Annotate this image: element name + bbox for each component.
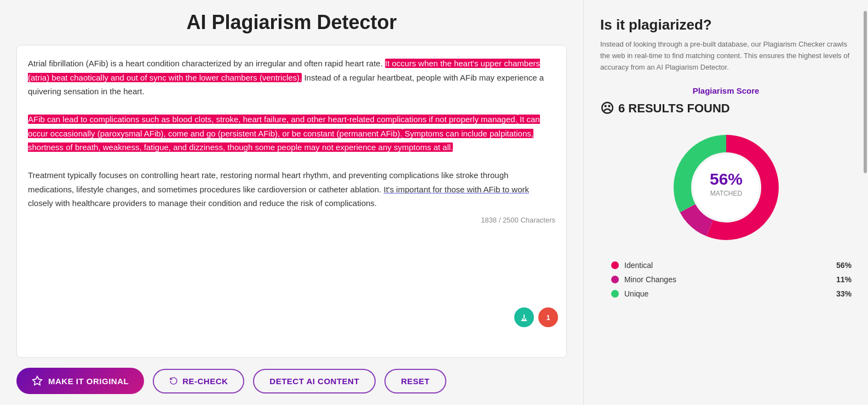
text-content: Atrial fibrillation (AFib) is a heart co… xyxy=(28,56,555,210)
svg-text:MATCHED: MATCHED xyxy=(710,190,742,197)
legend-item-minor: Minor Changes 11% xyxy=(611,275,852,284)
identical-dot xyxy=(611,261,619,269)
text-area-container[interactable]: Atrial fibrillation (AFib) is a heart co… xyxy=(16,45,567,358)
svg-text:56%: 56% xyxy=(709,170,742,188)
legend: Identical 56% Minor Changes 11% Unique 3… xyxy=(600,261,852,298)
scrollbar-thumb[interactable] xyxy=(864,11,867,173)
donut-chart: 56% MATCHED xyxy=(600,127,852,248)
identical-pct: 56% xyxy=(836,261,852,270)
highlighted-text-2: AFib can lead to complications such as b… xyxy=(28,115,518,124)
right-panel: Is it plagiarized? Instead of looking th… xyxy=(583,0,868,405)
results-count: 6 RESULTS FOUND xyxy=(618,101,730,116)
char-count: 1838 / 2500 Characters xyxy=(28,216,555,224)
recheck-button[interactable]: RE-CHECK xyxy=(153,369,244,393)
left-panel: AI Plagiarism Detector Atrial fibrillati… xyxy=(0,0,583,405)
bottom-buttons: MAKE IT ORIGINAL RE-CHECK DETECT AI CONT… xyxy=(16,368,567,394)
unique-pct: 33% xyxy=(836,289,852,298)
minor-pct: 11% xyxy=(836,275,852,284)
reset-label: RESET xyxy=(401,377,430,386)
notification-badge[interactable]: 1 xyxy=(538,307,558,327)
legend-item-identical: Identical 56% xyxy=(611,261,852,270)
right-description: Instead of looking through a pre-built d… xyxy=(600,39,852,73)
results-found: ☹ 6 RESULTS FOUND xyxy=(600,101,852,116)
icon-row: 1 xyxy=(514,307,558,327)
unique-label: Unique xyxy=(624,289,820,298)
legend-item-unique: Unique 33% xyxy=(611,289,852,298)
recheck-label: RE-CHECK xyxy=(182,377,228,386)
svg-marker-0 xyxy=(33,377,42,385)
text-plain-4: closely with healthcare providers to man… xyxy=(28,198,377,208)
identical-label: Identical xyxy=(624,261,820,270)
unique-dot xyxy=(611,290,619,298)
download-icon-button[interactable] xyxy=(514,307,534,327)
right-title: Is it plagiarized? xyxy=(600,16,852,33)
text-plain-1: Atrial fibrillation (AFib) is a heart co… xyxy=(28,59,385,68)
sad-face-icon: ☹ xyxy=(600,101,614,116)
page-title: AI Plagiarism Detector xyxy=(16,11,567,34)
detect-ai-button[interactable]: DETECT AI CONTENT xyxy=(253,369,376,393)
reset-button[interactable]: RESET xyxy=(384,369,446,393)
scrollbar-track[interactable] xyxy=(864,0,868,405)
make-original-button[interactable]: MAKE IT ORIGINAL xyxy=(16,368,144,394)
minor-label: Minor Changes xyxy=(624,275,820,284)
make-original-label: MAKE IT ORIGINAL xyxy=(48,377,129,386)
minor-dot xyxy=(611,276,619,283)
detect-ai-label: DETECT AI CONTENT xyxy=(269,377,359,386)
plagiarism-score-label: Plagiarism Score xyxy=(600,86,852,95)
text-underline-1: It's important for those with AFib to wo… xyxy=(384,185,529,194)
